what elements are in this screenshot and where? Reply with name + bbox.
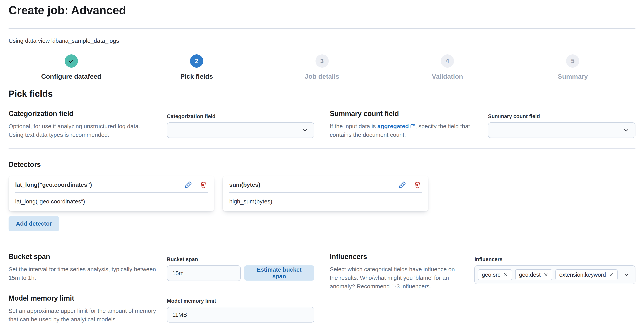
summary-count-form-col: Summary count field bbox=[488, 109, 636, 138]
pencil-icon bbox=[184, 181, 192, 188]
detector-card: lat_long("geo.coordinates") lat_long("ge… bbox=[8, 176, 214, 211]
summary-count-field-select[interactable] bbox=[488, 122, 636, 138]
trash-icon bbox=[200, 181, 207, 188]
detector-card-header: sum(bytes) bbox=[223, 176, 428, 192]
section-divider bbox=[8, 148, 636, 149]
influencers-heading: Influencers bbox=[330, 252, 464, 261]
chevron-down-icon bbox=[623, 127, 630, 134]
influencer-tag: geo.src bbox=[478, 269, 512, 280]
edit-detector-button[interactable] bbox=[399, 181, 406, 188]
influencer-tag-label: geo.src bbox=[482, 272, 500, 278]
detector-title: lat_long("geo.coordinates") bbox=[15, 182, 92, 188]
model-memory-label: Model memory limit bbox=[167, 298, 314, 304]
check-icon bbox=[68, 57, 75, 65]
step-2-circle[interactable]: 2 bbox=[190, 54, 203, 68]
remove-influencer-button[interactable] bbox=[543, 272, 548, 277]
bucket-span-input[interactable] bbox=[167, 266, 241, 281]
row-categorization-summary: Categorization field Optional, for use i… bbox=[8, 109, 636, 139]
aggregated-link[interactable]: aggregated bbox=[378, 123, 409, 130]
model-memory-description: Set an approximate upper limit for the a… bbox=[8, 306, 156, 324]
step-summary[interactable]: 5 Summary bbox=[510, 54, 636, 80]
step-3-circle[interactable]: 3 bbox=[316, 54, 329, 68]
detector-actions bbox=[184, 181, 207, 188]
step-5-circle[interactable]: 5 bbox=[566, 54, 579, 68]
remove-influencer-button[interactable] bbox=[609, 272, 614, 277]
external-link-icon bbox=[410, 124, 415, 129]
trash-icon bbox=[414, 181, 421, 188]
summary-count-group: Summary count field If the input data is… bbox=[330, 109, 636, 139]
step-configure-datafeed[interactable]: Configure datafeed bbox=[8, 54, 134, 80]
row-bucket-influencers: Bucket span Set the interval for time se… bbox=[8, 252, 636, 291]
delete-detector-button[interactable] bbox=[414, 181, 421, 188]
step-indicator: Configure datafeed 2 Pick fields 3 Job d… bbox=[8, 54, 636, 80]
bucket-span-description-col: Bucket span Set the interval for time se… bbox=[8, 252, 156, 282]
close-icon bbox=[503, 272, 508, 277]
bucket-span-group: Bucket span Set the interval for time se… bbox=[8, 252, 314, 291]
step-label[interactable]: Pick fields bbox=[180, 72, 213, 80]
estimate-bucket-span-button[interactable]: Estimate bucket span bbox=[244, 266, 314, 280]
detectors-heading: Detectors bbox=[8, 160, 636, 169]
remove-influencer-button[interactable] bbox=[503, 272, 508, 277]
edit-detector-button[interactable] bbox=[184, 181, 192, 188]
step-pick-fields[interactable]: 2 Pick fields bbox=[134, 54, 259, 80]
page-title: Create job: Advanced bbox=[8, 0, 636, 18]
step-validation[interactable]: 4 Validation bbox=[385, 54, 510, 80]
bucket-span-form-col: Bucket span Estimate bucket span bbox=[167, 252, 314, 281]
bottom-divider bbox=[8, 332, 636, 332]
influencers-group: Influencers Select which categorical fie… bbox=[330, 252, 636, 291]
step-1-circle[interactable] bbox=[65, 54, 78, 68]
summary-count-description: If the input data is aggregated, specify… bbox=[330, 122, 477, 139]
step-label[interactable]: Validation bbox=[432, 72, 463, 80]
detector-function: lat_long("geo.coordinates") bbox=[8, 193, 214, 210]
row-model-memory: Model memory limit Set an approximate up… bbox=[8, 294, 636, 324]
influencers-combobox[interactable]: geo.src geo.dest extension.keyword bbox=[474, 266, 636, 284]
model-memory-input[interactable] bbox=[167, 307, 314, 322]
chevron-down-icon bbox=[623, 272, 630, 278]
summary-count-field-label: Summary count field bbox=[488, 113, 636, 120]
row-spacer bbox=[330, 294, 636, 324]
header-divider bbox=[8, 28, 636, 29]
model-memory-group: Model memory limit Set an approximate up… bbox=[8, 294, 314, 324]
bucket-span-description: Set the interval for time series analysi… bbox=[8, 265, 156, 282]
categorization-form-col: Categorization field bbox=[167, 109, 314, 138]
pick-fields-heading: Pick fields bbox=[8, 88, 636, 99]
section-divider bbox=[8, 240, 636, 240]
detector-function: high_sum(bytes) bbox=[223, 193, 428, 210]
close-icon bbox=[543, 272, 548, 277]
step-label[interactable]: Summary bbox=[558, 72, 588, 80]
model-memory-heading: Model memory limit bbox=[8, 294, 156, 303]
categorization-heading: Categorization field bbox=[8, 109, 156, 118]
pencil-icon bbox=[399, 181, 406, 188]
bucket-span-label: Bucket span bbox=[167, 256, 314, 263]
delete-detector-button[interactable] bbox=[200, 181, 207, 188]
influencers-description-col: Influencers Select which categorical fie… bbox=[330, 252, 464, 291]
step-job-details[interactable]: 3 Job details bbox=[259, 54, 385, 80]
categorization-description-col: Categorization field Optional, for use i… bbox=[8, 109, 156, 139]
create-job-advanced-page: Create job: Advanced Using data view kib… bbox=[0, 0, 644, 334]
step-label[interactable]: Configure datafeed bbox=[41, 72, 102, 80]
influencer-tag-label: extension.keyword bbox=[559, 272, 606, 278]
detector-list: lat_long("geo.coordinates") lat_long("ge… bbox=[8, 176, 636, 211]
summary-count-heading: Summary count field bbox=[330, 109, 477, 118]
detector-title: sum(bytes) bbox=[229, 182, 260, 188]
bucket-span-controls: Estimate bucket span bbox=[167, 263, 314, 281]
detector-card-header: lat_long("geo.coordinates") bbox=[8, 176, 214, 192]
influencers-description: Select which categorical fields have inf… bbox=[330, 265, 464, 291]
influencer-tag-label: geo.dest bbox=[519, 272, 541, 278]
close-icon bbox=[609, 272, 614, 277]
categorization-description: Optional, for use if analyzing unstructu… bbox=[8, 122, 156, 139]
step-label[interactable]: Job details bbox=[305, 72, 340, 80]
summary-count-text-before: If the input data is bbox=[330, 123, 378, 130]
influencer-tag: extension.keyword bbox=[556, 269, 618, 280]
model-memory-description-col: Model memory limit Set an approximate up… bbox=[8, 294, 156, 324]
influencer-tag: geo.dest bbox=[515, 269, 552, 280]
summary-count-description-col: Summary count field If the input data is… bbox=[330, 109, 477, 139]
add-detector-button[interactable]: Add detector bbox=[8, 216, 59, 231]
categorization-group: Categorization field Optional, for use i… bbox=[8, 109, 314, 139]
detector-actions bbox=[399, 181, 421, 188]
categorization-field-select[interactable] bbox=[167, 122, 314, 138]
step-4-circle[interactable]: 4 bbox=[441, 54, 454, 68]
categorization-field-label: Categorization field bbox=[167, 113, 314, 120]
influencers-label: Influencers bbox=[474, 256, 636, 263]
influencers-form-col: Influencers geo.src geo.dest extension.k… bbox=[474, 252, 636, 284]
